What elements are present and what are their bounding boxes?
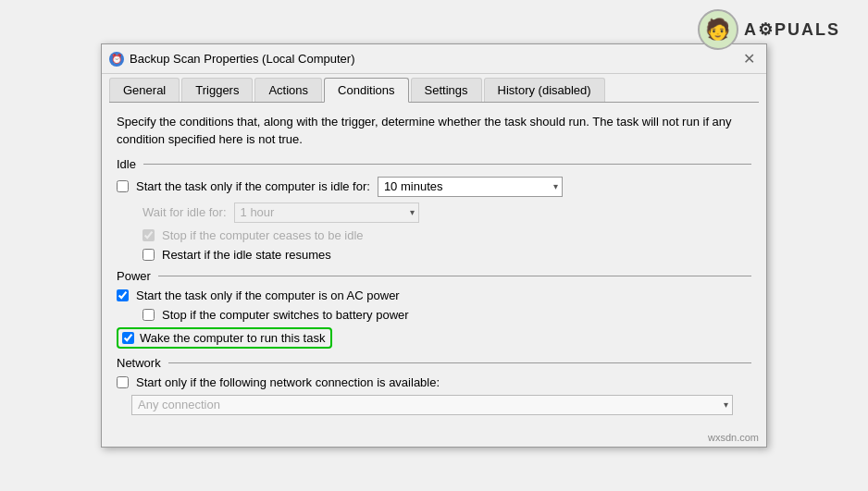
tab-actions[interactable]: Actions: [254, 78, 322, 102]
tab-general[interactable]: General: [109, 78, 180, 102]
network-placeholder: Any connection: [138, 398, 220, 411]
battery-label: Stop if the computer switches to battery…: [162, 308, 409, 322]
power-section-label: Power: [117, 269, 751, 283]
network-section-label: Network: [117, 356, 751, 370]
battery-row: Stop if the computer switches to battery…: [143, 308, 751, 322]
stop-idle-checkbox[interactable]: [143, 229, 155, 241]
idle-duration-dropdown[interactable]: 10 minutes ▾: [378, 177, 563, 197]
network-connection-dropdown[interactable]: Any connection ▾: [131, 395, 733, 415]
appuals-logo: 🧑 A⚙PUALS: [698, 9, 840, 50]
wake-label: Wake the computer to run this task: [140, 331, 325, 345]
main-window: ⏰ Backup Scan Properties (Local Computer…: [101, 43, 767, 447]
ac-power-row: Start the task only if the computer is o…: [117, 288, 751, 302]
wait-idle-value: 1 hour: [241, 205, 275, 219]
window-title: Backup Scan Properties (Local Computer): [130, 52, 355, 66]
wait-idle-label: Wait for idle for:: [143, 205, 227, 219]
window-icon: ⏰: [109, 52, 124, 67]
network-checkbox[interactable]: [117, 376, 129, 388]
tab-conditions[interactable]: Conditions: [324, 78, 408, 103]
battery-checkbox[interactable]: [143, 309, 155, 321]
close-button[interactable]: ✕: [739, 50, 759, 68]
tab-triggers[interactable]: Triggers: [181, 78, 253, 102]
conditions-content: Specify the conditions that, along with …: [102, 103, 766, 429]
wake-checkbox[interactable]: [122, 332, 134, 344]
restart-idle-checkbox[interactable]: [143, 249, 155, 261]
idle-start-label: Start the task only if the computer is i…: [136, 179, 370, 193]
wake-row: Wake the computer to run this task: [117, 327, 751, 349]
description-text: Specify the conditions that, along with …: [117, 114, 751, 147]
network-row: Start only if the following network conn…: [117, 375, 751, 389]
idle-duration-value: 10 minutes: [384, 179, 443, 193]
stop-idle-label: Stop if the computer ceases to be idle: [162, 228, 364, 242]
tabs-bar: General Triggers Actions Conditions Sett…: [102, 74, 766, 102]
appuals-text: A⚙PUALS: [744, 19, 840, 40]
wait-idle-arrow: ▾: [410, 207, 415, 217]
wait-idle-dropdown[interactable]: 1 hour ▾: [234, 203, 419, 223]
network-label: Start only if the following network conn…: [136, 375, 440, 389]
restart-idle-row: Restart if the idle state resumes: [143, 248, 751, 262]
idle-start-checkbox[interactable]: [117, 180, 129, 192]
ac-power-checkbox[interactable]: [117, 289, 129, 301]
watermark: wxsdn.com: [102, 430, 766, 447]
wait-idle-row: Wait for idle for: 1 hour ▾: [143, 203, 751, 223]
network-dropdown-arrow: ▾: [724, 399, 728, 410]
wake-highlight: Wake the computer to run this task: [117, 327, 332, 349]
ac-power-label: Start the task only if the computer is o…: [136, 288, 400, 302]
idle-section-label: Idle: [117, 157, 751, 171]
idle-duration-arrow: ▾: [553, 181, 558, 191]
restart-idle-label: Restart if the idle state resumes: [162, 248, 331, 262]
titlebar: ⏰ Backup Scan Properties (Local Computer…: [102, 44, 766, 74]
tab-history[interactable]: History (disabled): [484, 78, 605, 102]
idle-start-row: Start the task only if the computer is i…: [117, 177, 751, 197]
tab-settings[interactable]: Settings: [411, 78, 482, 102]
stop-idle-row: Stop if the computer ceases to be idle: [143, 228, 751, 242]
